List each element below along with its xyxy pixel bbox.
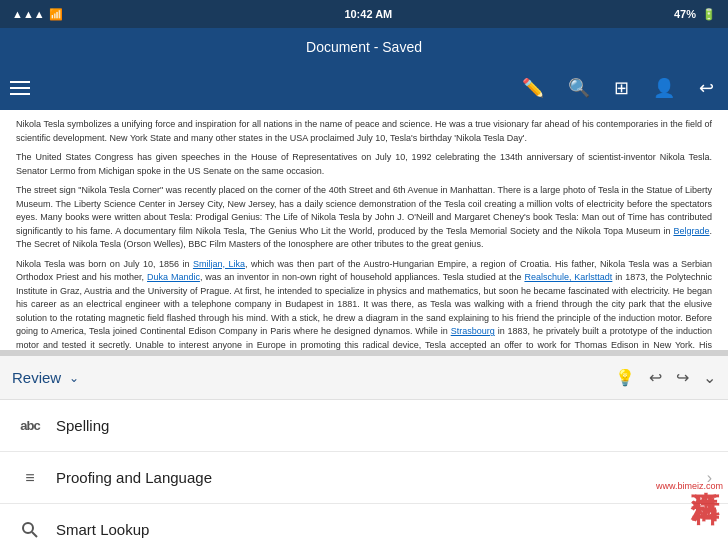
smart-lookup-menu-item[interactable]: Smart Lookup (0, 504, 728, 546)
redo-review-icon[interactable]: ↪ (676, 368, 689, 387)
document-title: Document - Saved (306, 39, 422, 55)
battery-icon: 🔋 (702, 8, 716, 21)
smart-lookup-label: Smart Lookup (56, 521, 696, 538)
chevron-down-review-icon[interactable]: ⌄ (703, 368, 716, 387)
layout-icon[interactable]: ⊞ (610, 73, 633, 103)
review-chevron-icon[interactable]: ⌄ (69, 371, 79, 385)
edit-pen-icon[interactable]: ✏️ (518, 73, 548, 103)
person-icon[interactable]: 👤 (649, 73, 679, 103)
proofing-chevron-icon: › (707, 469, 712, 487)
hamburger-line-3 (10, 93, 30, 95)
status-left: ▲▲▲ 📶 (12, 8, 63, 21)
hamburger-menu-button[interactable] (10, 81, 30, 95)
battery-level: 47% (674, 8, 696, 20)
document-content: Nikola Tesla symbolizes a unifying force… (0, 110, 728, 350)
proofing-label: Proofing and Language (56, 469, 707, 486)
spelling-icon: abc (16, 418, 44, 433)
status-time: 10:42 AM (344, 8, 392, 20)
toolbar: ✏️ 🔍 ⊞ 👤 ↩ (0, 66, 728, 110)
review-tab-label[interactable]: Review (12, 369, 61, 386)
phone-frame: ▲▲▲ 📶 10:42 AM 47% 🔋 Document - Saved ✏️… (0, 0, 728, 546)
hamburger-line-1 (10, 81, 30, 83)
status-bar: ▲▲▲ 📶 10:42 AM 47% 🔋 (0, 0, 728, 28)
undo-review-icon[interactable]: ↩ (649, 368, 662, 387)
review-icons: 💡 ↩ ↪ ⌄ (615, 368, 716, 387)
review-bar: Review ⌄ 💡 ↩ ↪ ⌄ (0, 356, 728, 400)
toolbar-left (10, 81, 30, 95)
spelling-menu-item[interactable]: abc Spelling (0, 400, 728, 452)
title-bar: Document - Saved (0, 28, 728, 66)
proofing-menu-item[interactable]: ≡ Proofing and Language › (0, 452, 728, 504)
doc-paragraph-2: The United States Congress has given spe… (16, 151, 712, 178)
doc-paragraph-1: Nikola Tesla symbolizes a unifying force… (16, 118, 712, 145)
doc-paragraph-4: Nikola Tesla was born on July 10, 1856 i… (16, 258, 712, 351)
undo-icon[interactable]: ↩ (695, 73, 718, 103)
lightbulb-icon[interactable]: 💡 (615, 368, 635, 387)
proofing-icon: ≡ (16, 469, 44, 487)
doc-paragraph-3: The street sign "Nikola Tesla Corner" wa… (16, 184, 712, 252)
hamburger-line-2 (10, 87, 30, 89)
search-icon[interactable]: 🔍 (564, 73, 594, 103)
svg-point-0 (23, 523, 33, 533)
signal-icon: ▲▲▲ (12, 8, 45, 20)
spelling-label: Spelling (56, 417, 696, 434)
smart-lookup-icon (16, 520, 44, 540)
wifi-icon: 📶 (49, 8, 63, 21)
toolbar-right: ✏️ 🔍 ⊞ 👤 ↩ (518, 73, 718, 103)
status-right: 47% 🔋 (674, 8, 716, 21)
svg-line-1 (32, 532, 37, 537)
review-menu-list: abc Spelling ≡ Proofing and Language › S… (0, 400, 728, 546)
